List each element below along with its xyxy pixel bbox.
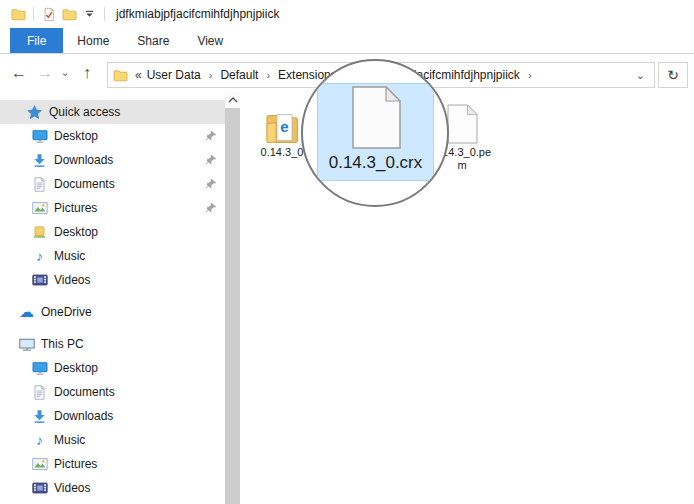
nav-item-videos-recent[interactable]: Videos: [0, 268, 225, 292]
onedrive-cloud-icon: ☁: [18, 304, 35, 320]
magnifier-overlay: 0.14.3_0.crx: [301, 59, 449, 207]
nav-item-label: Desktop: [54, 361, 98, 375]
desktop-folder-icon: [31, 224, 48, 240]
app-folder-icon: [8, 3, 28, 25]
scroll-up-button[interactable]: [225, 91, 240, 108]
documents-icon: [31, 176, 48, 192]
nav-item-label: Desktop: [54, 129, 98, 143]
nav-item-label: Downloads: [54, 153, 113, 167]
title-bar: jdfkmiabjpfjacifcmihfdjhpnjpiick: [0, 0, 694, 28]
qat-customize-chevron-icon[interactable]: [79, 3, 99, 25]
desktop-icon: [31, 360, 48, 376]
ribbon-tab-bar: File Home Share View: [0, 28, 694, 54]
downloads-icon: [31, 152, 48, 168]
nav-item-label: Documents: [54, 177, 115, 191]
nav-item-thispc-pictures[interactable]: Pictures: [0, 452, 225, 476]
this-pc-icon: [18, 336, 35, 352]
nav-item-this-pc[interactable]: This PC: [0, 332, 225, 356]
qat-properties-button[interactable]: [39, 3, 59, 25]
videos-icon: [31, 480, 48, 496]
tab-file[interactable]: File: [10, 28, 63, 53]
nav-item-thispc-music[interactable]: ♪ Music: [0, 428, 225, 452]
nav-item-label: Documents: [54, 385, 115, 399]
breadcrumb-overflow[interactable]: «: [132, 68, 145, 82]
breadcrumb-chevron-icon[interactable]: ›: [260, 69, 276, 81]
nav-item-thispc-desktop[interactable]: Desktop: [0, 356, 225, 380]
pin-icon: [205, 130, 217, 142]
forward-button[interactable]: →: [32, 54, 58, 91]
nav-item-label: Music: [54, 433, 85, 447]
nav-item-label: Videos: [54, 481, 90, 495]
desktop-icon: [31, 128, 48, 144]
downloads-icon: [31, 408, 48, 424]
window-title: jdfkmiabjpfjacifcmihfdjhpnjpiick: [116, 7, 279, 21]
pin-icon: [205, 154, 217, 166]
magnified-file-label: 0.14.3_0.crx: [308, 153, 443, 173]
nav-item-thispc-videos[interactable]: Videos: [0, 476, 225, 500]
nav-item-label: Quick access: [49, 105, 120, 119]
nav-scrollbar[interactable]: [225, 91, 240, 504]
titlebar-separator: [33, 7, 34, 21]
pin-icon: [205, 202, 217, 214]
nav-item-label: Videos: [54, 273, 90, 287]
refresh-button[interactable]: ↻: [658, 62, 688, 88]
pin-icon: [205, 178, 217, 190]
nav-item-desktop-recent[interactable]: Desktop: [0, 220, 225, 244]
address-folder-icon: [113, 69, 128, 82]
nav-item-label: Pictures: [54, 201, 97, 215]
up-button[interactable]: ↑: [74, 54, 100, 91]
tab-share[interactable]: Share: [123, 28, 183, 53]
crx-document-icon: [352, 86, 401, 149]
nav-item-quick-access[interactable]: Quick access: [0, 100, 225, 124]
nav-item-label: Music: [54, 249, 85, 263]
breadcrumb-item-default[interactable]: Default: [218, 68, 260, 82]
documents-icon: [31, 384, 48, 400]
nav-item-label: Downloads: [54, 409, 113, 423]
nav-gap: [0, 292, 225, 300]
scrollbar-thumb[interactable]: [225, 108, 240, 504]
nav-item-downloads-pinned[interactable]: Downloads: [0, 148, 225, 172]
nav-item-desktop-pinned[interactable]: Desktop: [0, 124, 225, 148]
nav-item-onedrive[interactable]: ☁ OneDrive: [0, 300, 225, 324]
svg-text:e: e: [280, 118, 288, 135]
nav-item-label: Pictures: [54, 457, 97, 471]
nav-gap: [0, 324, 225, 332]
address-dropdown-chevron-icon[interactable]: ⌄: [636, 69, 654, 82]
nav-item-documents-pinned[interactable]: Documents: [0, 172, 225, 196]
navigation-pane: Quick access Desktop Downloads Documents…: [0, 91, 225, 504]
breadcrumb-chevron-icon[interactable]: ›: [522, 69, 538, 81]
nav-item-thispc-downloads[interactable]: Downloads: [0, 404, 225, 428]
videos-icon: [31, 272, 48, 288]
tab-home[interactable]: Home: [63, 28, 123, 53]
nav-item-music-recent[interactable]: ♪ Music: [0, 244, 225, 268]
recent-locations-chevron-icon[interactable]: ⌄: [56, 54, 74, 91]
magnified-selected-file[interactable]: 0.14.3_0.crx: [317, 83, 434, 181]
nav-item-pictures-pinned[interactable]: Pictures: [0, 196, 225, 220]
nav-item-thispc-documents[interactable]: Documents: [0, 380, 225, 404]
back-button[interactable]: ←: [6, 54, 32, 91]
quick-access-star-icon: [26, 104, 43, 120]
music-note-icon: ♪: [31, 248, 48, 264]
breadcrumb-item-user-data[interactable]: User Data: [145, 68, 203, 82]
pictures-icon: [31, 200, 48, 216]
pictures-icon: [31, 456, 48, 472]
qat-new-folder-button[interactable]: [59, 3, 79, 25]
nav-item-label: This PC: [41, 337, 84, 351]
explorer-window: jdfkmiabjpfjacifcmihfdjhpnjpiick File Ho…: [0, 0, 694, 504]
tab-view[interactable]: View: [183, 28, 237, 53]
nav-item-label: Desktop: [54, 225, 98, 239]
nav-item-label: OneDrive: [41, 305, 92, 319]
breadcrumb-chevron-icon[interactable]: ›: [203, 69, 219, 81]
music-note-icon: ♪: [31, 432, 48, 448]
titlebar-separator: [104, 7, 105, 21]
